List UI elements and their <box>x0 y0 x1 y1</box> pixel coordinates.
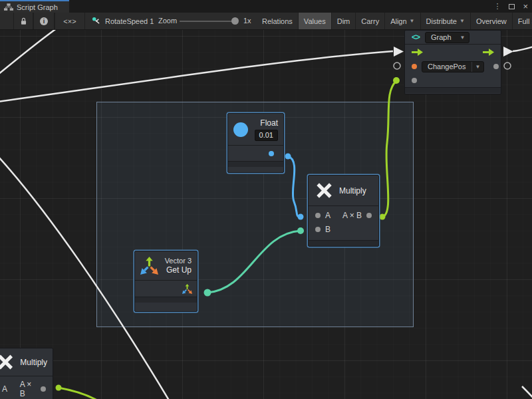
float-icon <box>233 122 248 137</box>
carry-button[interactable]: Carry <box>356 13 385 29</box>
vector3-out-port[interactable] <box>182 284 192 294</box>
output-label: A × B <box>342 211 362 220</box>
graph-owner-button[interactable]: RotateSpeed 1 <box>85 13 160 29</box>
align-button[interactable]: Align▼ <box>385 13 420 29</box>
values-button[interactable]: Values <box>299 13 332 29</box>
overview-button[interactable]: Overview <box>471 13 513 29</box>
vector3-icon <box>140 257 158 275</box>
code-view-button[interactable]: <×> <box>55 13 85 29</box>
zoom-slider-handle[interactable] <box>231 17 239 25</box>
wire-end-dot <box>393 77 400 84</box>
zoom-value: 1x <box>243 17 251 25</box>
value-in-port[interactable] <box>412 64 417 69</box>
zoom-label: Zoom <box>158 17 177 25</box>
variable-dropdown-label: ChangePos <box>422 63 471 70</box>
tab-title: Script Graph <box>17 3 58 11</box>
wire-green-bottom-multiply[interactable] <box>59 388 98 399</box>
script-machine-icon <box>92 17 100 25</box>
unconnected-port-ring[interactable] <box>504 63 511 69</box>
wire-end-dot <box>297 227 304 234</box>
node-title: Multiply <box>339 186 366 196</box>
wire-end-dot <box>56 385 62 391</box>
fullscreen-button[interactable]: Full Screen <box>513 13 532 29</box>
wire-end-dot <box>380 214 386 220</box>
info-icon: i <box>40 17 48 25</box>
wire-white-to-graph-input[interactable] <box>0 51 393 102</box>
graph-canvas[interactable]: <> Graph ▼ <box>0 30 532 399</box>
script-graph-window: Script Graph ⋮ × i <×> RotateS <box>0 0 532 399</box>
toolbar-buttons: Relations Values Dim Carry Align▼ Distri… <box>257 13 532 29</box>
multiply-icon <box>0 353 14 371</box>
wire-end-dot <box>298 214 304 220</box>
input-a-label: A <box>325 211 331 220</box>
node-vector3-get-up[interactable]: Vector 3 Get Up <box>134 251 198 312</box>
node-type-label: Vector 3 <box>165 257 192 265</box>
output-port[interactable] <box>41 386 46 392</box>
node-title: Float <box>260 118 278 128</box>
input-a-port[interactable] <box>315 213 321 218</box>
node-title: Get Up <box>166 265 192 275</box>
node-footer <box>405 87 501 93</box>
toolbar: i <×> RotateSpeed 1 Zoom 1x Relations Va… <box>0 13 532 30</box>
graph-dropdown[interactable]: Graph ▼ <box>425 32 469 43</box>
close-icon[interactable]: × <box>523 1 528 11</box>
maximize-icon[interactable] <box>509 4 515 9</box>
relations-button[interactable]: Relations <box>257 13 299 29</box>
node-multiply-partial[interactable]: Multiply A A × B <box>0 348 53 399</box>
graph-owner-label: RotateSpeed 1 <box>105 17 154 25</box>
wire-end-dot <box>285 154 291 160</box>
flow-input-arrow[interactable] <box>394 47 404 57</box>
flow-in-port[interactable] <box>412 49 423 56</box>
variable-dropdown[interactable]: ChangePos ▼ <box>422 61 484 72</box>
output-label: A × B <box>20 380 37 398</box>
node-footer <box>135 297 197 303</box>
wire-blue-float-to-multiply-a[interactable] <box>288 156 301 217</box>
multiply-icon <box>315 182 333 200</box>
output-port[interactable] <box>366 213 372 218</box>
input-b-port[interactable] <box>315 227 321 232</box>
value-in-port[interactable] <box>412 78 417 83</box>
chevron-down-icon: ▼ <box>410 18 415 24</box>
node-float[interactable]: Float 0.01 <box>227 113 284 173</box>
inspect-button[interactable]: i <box>33 13 55 29</box>
chevron-down-icon: ▼ <box>460 18 465 24</box>
flow-output-arrow[interactable] <box>503 47 513 57</box>
unconnected-port-ring[interactable] <box>394 63 400 69</box>
chevron-down-icon: ▼ <box>457 35 469 41</box>
wire-end-dot <box>204 289 211 297</box>
titlebar: Script Graph ⋮ × <box>0 0 532 13</box>
input-a-label: A <box>2 384 7 394</box>
value-out-port[interactable] <box>493 64 499 69</box>
lock-icon <box>20 17 27 25</box>
wire-white-from-graph-output[interactable] <box>513 46 532 51</box>
distribute-button[interactable]: Distribute▼ <box>421 13 471 29</box>
zoom-slider[interactable] <box>180 21 235 22</box>
node-footer <box>309 240 378 246</box>
tab-script-graph[interactable]: Script Graph <box>0 0 69 13</box>
wire-green-multiply-to-changepos[interactable] <box>382 81 396 217</box>
wire-teal-vector3-to-multiply-b[interactable] <box>207 231 301 293</box>
code-icon: <×> <box>63 17 76 25</box>
kebab-menu-icon[interactable]: ⋮ <box>493 2 501 11</box>
wire-white-topleft[interactable] <box>0 30 62 75</box>
node-graph-output[interactable]: <> Graph ▼ <box>404 30 501 94</box>
float-value-field[interactable]: 0.01 <box>255 130 278 141</box>
script-graph-icon <box>4 3 13 11</box>
lock-button[interactable] <box>13 13 33 29</box>
node-footer <box>228 161 283 167</box>
graph-dropdown-label: Graph <box>426 33 457 41</box>
node-multiply[interactable]: Multiply A A × B B <box>308 175 379 247</box>
graph-brackets-icon: <> <box>412 33 420 42</box>
dim-button[interactable]: Dim <box>332 13 356 29</box>
wire-white-corner[interactable] <box>522 386 532 399</box>
input-b-label: B <box>325 225 331 234</box>
chevron-down-icon: ▼ <box>472 64 484 70</box>
node-title: Multiply <box>20 358 47 367</box>
value-out-port[interactable] <box>269 151 274 156</box>
flow-out-port[interactable] <box>483 49 494 56</box>
